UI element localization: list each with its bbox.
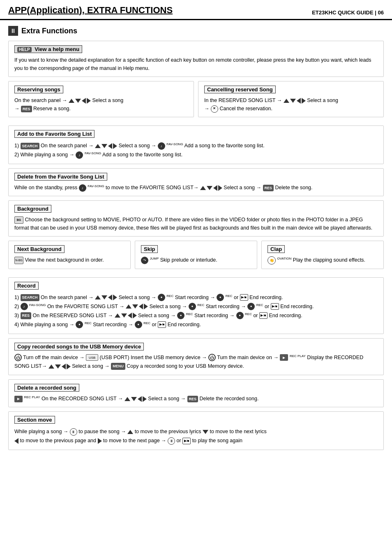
power-icon-1: ⏻ [14, 354, 22, 361]
next-bg-title: Next Background [14, 245, 65, 253]
nav-arrows-copy [48, 364, 71, 369]
section-title: Extra Functions [21, 27, 77, 35]
res-rec-btn: RES [21, 312, 32, 319]
ovation-label: OVATION [277, 257, 291, 260]
rec-stop-2: ● [247, 303, 255, 310]
nav-arrows-rec3 [115, 313, 137, 318]
page-title: APP(Application), EXTRA FUNCTIONS [8, 5, 173, 16]
next-bg-icon: N-BG [14, 257, 23, 264]
section-move-body2: to move to the previous page and to move… [14, 436, 378, 445]
section-move-title: Section move [14, 416, 55, 424]
rec-stop-3: ● [236, 312, 244, 319]
power-icon-2: ⏻ [208, 354, 216, 361]
right-arrow-icon-2 [302, 98, 306, 104]
rec-icon-3: ● [177, 312, 184, 319]
play-pause-3: ▶/■ [259, 312, 267, 319]
delete-rec-body: ▶ REC PLAY On the RECORDED SONG LIST → S… [14, 395, 378, 403]
cancelling-title: Cancelling reserved Song [204, 86, 276, 93]
nav-arrows-2 [284, 98, 306, 104]
nav-arrows-del [125, 396, 147, 402]
section-roman: II [8, 26, 18, 36]
rec-icon-4: ● [76, 321, 83, 328]
add-fav-line1: 1) SEARCH On the search panel → Select a… [14, 142, 378, 150]
ovation-icon: 👏 [267, 256, 276, 265]
fav-song-label-2: FAV-SONG [85, 151, 101, 155]
res-del-btn: RES [263, 185, 274, 191]
section-header: II Extra Functions [8, 26, 384, 36]
fav-song-icon-1: ♪ [158, 142, 165, 150]
res-del-rec-btn: RES [187, 396, 198, 402]
reserving-title: Reserving songs [14, 86, 63, 93]
next-bg-body: N-BG View the next background in order. [14, 256, 125, 264]
right-icon-3 [113, 143, 117, 149]
record-line1: 1) SEARCH On the search panel → Select a… [14, 293, 378, 302]
rec-play-icon: ▶ [280, 354, 288, 361]
delete-rec-card: Delete a recorded song ▶ REC PLAY On the… [8, 379, 384, 407]
skip-title: Skip [141, 245, 158, 253]
record-line4: 4) While playing a song → ● REC Start re… [14, 320, 378, 329]
copy-body: ⏻ Turn off the main device → USB (USB PO… [14, 353, 378, 371]
up-arrow-icon-2 [284, 99, 289, 103]
help-body: If you want to know the detailed explana… [14, 56, 378, 72]
cancelling-card: Cancelling reserved Song In the RESERVED… [198, 81, 384, 117]
del-fav-body: While on the standby, press ♪ FAV-SONG t… [14, 183, 378, 192]
rec-stop-4: ● [135, 321, 142, 328]
left-icon-4 [213, 185, 217, 191]
jump-label: JUMP [150, 257, 159, 260]
help-title: HELP View a help menu [14, 45, 82, 53]
nav-arrows-4 [200, 185, 222, 191]
nav-arrows-rec2 [126, 304, 148, 309]
clap-card: Clap 👏 OVATION Play the clapping sound e… [261, 241, 384, 269]
rec-icon-2: ● [189, 303, 196, 310]
right-arrow-icon [87, 98, 91, 104]
up-icon-3 [95, 144, 101, 148]
res-cancel-icon: ✕ [211, 105, 218, 113]
nav-arrows-3 [95, 143, 117, 149]
clap-title: Clap [267, 245, 285, 253]
right-sec-icon [98, 438, 102, 444]
add-fav-card: Add to the Favorite Song List 1) SEARCH … [8, 125, 384, 164]
jump-icon: ↷ [141, 257, 148, 264]
del-fav-card: Delete from the Favorite Song List While… [8, 168, 384, 196]
res-cancel-row: Reserving songs On the search panel → Se… [8, 81, 384, 121]
down-sec-icon [203, 430, 208, 434]
up-sec-icon [127, 430, 133, 434]
fav-song-label-1: FAV-SONG [166, 142, 183, 146]
help-card: HELP View a help menu If you want to kno… [8, 41, 384, 77]
down-icon-3 [101, 144, 107, 148]
search-btn-rec: SEARCH [21, 294, 39, 301]
fav-song-icon-2: ♪ [76, 151, 83, 159]
section-move-card: Section move While playing a song → ⏸ to… [8, 411, 384, 450]
rec-stop-1: ● [217, 294, 224, 301]
copy-title: Copy recorded songs to the USB Memory de… [14, 343, 144, 350]
play-pause-1: ▶/■ [240, 294, 248, 301]
delete-rec-title: Delete a recorded song [14, 384, 79, 392]
search-btn-1: SEARCH [21, 143, 39, 149]
record-line3: 3) RES On the RESERVED SONG LIST → Selec… [14, 311, 378, 320]
page-header: APP(Application), EXTRA FUNCTIONS ET23KH… [0, 0, 392, 20]
fav-del-icon: ♪ [79, 184, 86, 192]
page-guide: ET23KHC QUICK GUIDE | 06 [312, 9, 384, 16]
bg-skip-clap-row: Next Background N-BG View the next backg… [8, 241, 384, 273]
add-fav-title: Add to the Favorite Song List [14, 130, 95, 138]
down-arrow-icon [75, 99, 81, 103]
down-arrow-icon-2 [290, 99, 296, 103]
fav-del-label: FAV-SONG [88, 184, 104, 188]
fav-song-rec: ♪ [21, 303, 28, 310]
play-sec-icon: ▶/■ [182, 438, 191, 444]
nav-arrows-1 [69, 98, 91, 104]
skip-card: Skip ↷ JUMP Skip prelude or interlude. [135, 241, 257, 269]
copy-card: Copy recorded songs to the USB Memory de… [8, 338, 384, 376]
right-icon-4 [218, 185, 222, 191]
res-btn: RES [21, 106, 32, 112]
section-move-body1: While playing a song → ⏸ to pause the so… [14, 427, 378, 436]
left-sec-icon [14, 438, 18, 444]
clap-body: 👏 OVATION Play the clapping sound effect… [267, 256, 378, 265]
play-pause-4: ▶/■ [158, 321, 166, 328]
left-arrow-icon [82, 98, 86, 104]
menu-btn: MENU [111, 363, 125, 370]
down-icon-4 [207, 186, 212, 190]
skip-body: ↷ JUMP Skip prelude or interlude. [141, 256, 251, 264]
nav-arrows-rec1 [95, 295, 117, 300]
reserving-body: On the search panel → Select a song → RE… [14, 96, 188, 113]
